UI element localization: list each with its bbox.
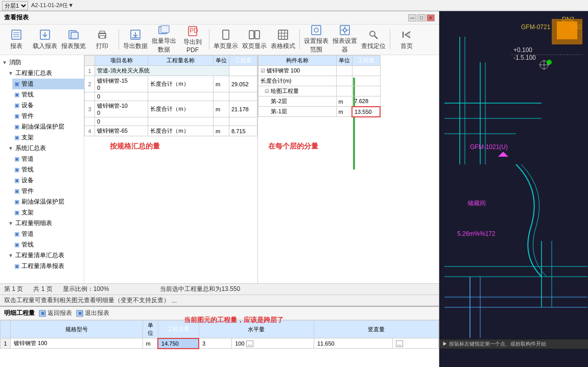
layer-select[interactable]: 分层1 (2, 1, 28, 10)
svg-text:▣: ▣ (40, 310, 45, 316)
toolbar-batch-export-label: 批量导出数据 (151, 37, 177, 54)
minimize-button[interactable]: — (408, 14, 416, 21)
left-table-wrap[interactable]: 项目名称 工程量名称 单位 工程量 1 管道-消火栓灭火系统 (84, 55, 258, 283)
toolbar-first-page-label: 首页 (401, 42, 413, 51)
table-icon7: ▣ (14, 156, 19, 162)
right-table-wrap[interactable]: 构件名称 单位 工程量 ☑ 镀锌钢管 100 (258, 55, 381, 283)
sidebar-item-sys-pipeline[interactable]: ▣ 管线 (12, 164, 84, 175)
toolbar-batch-export-button[interactable]: 批量导出数据 (151, 27, 177, 52)
col-amount-header: 工程量 (229, 56, 257, 66)
sidebar-item-bill-report[interactable]: ▣ 工程量清单报表 (12, 261, 84, 272)
sidebar-item-fittings[interactable]: ▣ 管件 (12, 111, 84, 121)
print-icon (96, 29, 108, 41)
find-icon (367, 29, 380, 41)
toolbar-set-range-button[interactable]: 设置报表范围 (303, 27, 330, 52)
export-icon (129, 29, 142, 41)
row-num-4: 4 (85, 126, 95, 136)
detail-row-h1: 3 (199, 338, 232, 349)
sidebar-item-detail-table[interactable]: ▼ 工程量明细表 (6, 218, 84, 229)
sidebar-item-insulation[interactable]: ▣ 刷油保温保护层 (12, 121, 84, 132)
report-title: 查看报表 (4, 13, 29, 22)
table-row[interactable]: 0 (85, 117, 257, 126)
sidebar-item-fire[interactable]: ▼ 消防 (0, 57, 84, 68)
detail-panel: 明细工程量 ▣ 返回报表 ▣ 退出报表 当前图元的工程量，应该是跨层了 (0, 306, 439, 367)
table-row[interactable]: 0 (85, 92, 257, 101)
sidebar-item-sys-equipment[interactable]: ▣ 设备 (12, 175, 84, 186)
sidebar-sys-equipment-label: 设备 (21, 176, 34, 185)
sidebar-item-project-summary[interactable]: ▼ 工程量汇总表 (6, 68, 84, 79)
row-pipe-100-sub: 0 (95, 117, 148, 126)
right-table-row[interactable]: 第-1层 m 13.550 (258, 107, 381, 117)
toolbar-first-page-button[interactable]: 首页 (393, 27, 420, 52)
toolbar-export-button[interactable]: 导出数据 (122, 27, 149, 52)
toolbar-load-button[interactable]: 载入报表 (32, 27, 58, 52)
sidebar-detail-table-label: 工程量明细表 (15, 219, 52, 228)
maximize-button[interactable]: □ (417, 14, 426, 21)
toolbar-print-label: 打印 (96, 42, 108, 51)
sidebar-item-detail-pipeline[interactable]: ▣ 管线 (12, 239, 84, 250)
toolbar-find-button[interactable]: 查找定位 (360, 27, 387, 52)
toolbar-grid-mode-label: 表格模式 (271, 42, 295, 51)
table-row[interactable]: 4 镀锌钢管-65 长度合计（m） m 8.715 (85, 126, 257, 136)
sidebar-item-detail-pipe[interactable]: ▣ 管道 (12, 229, 84, 239)
status-more: ... (172, 297, 177, 304)
svg-text:-1.5.100: -1.5.100 (513, 54, 536, 61)
right-col-name-header: 构件名称 (258, 56, 337, 66)
toolbar-pdf-button[interactable]: PDF 导出到PDF (179, 27, 206, 52)
right-row-floor-2: 第-2层 (258, 96, 337, 107)
right-row-sub-length: 长度合计(m) (258, 76, 337, 86)
toolbar-preview-button[interactable]: 报表预览 (60, 27, 87, 52)
toolbar-single-page-button[interactable]: 单页显示 (213, 27, 239, 52)
svg-text:PDF: PDF (190, 27, 198, 34)
sidebar-item-equipment[interactable]: ▣ 设备 (12, 100, 84, 111)
right-row-sub-length-val (352, 76, 380, 86)
toolbar-print-button[interactable]: 打印 (89, 27, 115, 52)
toolbar-grid-mode-button[interactable]: 表格模式 (270, 27, 296, 52)
right-table-row[interactable]: 第-2层 m 7.628 (258, 96, 381, 107)
sidebar-item-sys-insulation[interactable]: ▣ 刷油保温保护层 (12, 197, 84, 207)
detail-table-wrap[interactable]: 规格型号 单位 工程总量 水平量 竖直量 1 镀锌钢管 100 m 14.750 (0, 320, 439, 367)
expand-icon3: ▼ (8, 145, 14, 151)
table-row[interactable]: 3 镀锌钢管-100 长度合计（m） m 21.178 (85, 101, 257, 117)
table-row[interactable]: 1 管道-消火栓灭火系统 (85, 66, 257, 76)
right-table-row[interactable]: ☑ 镀锌钢管 100 (258, 66, 381, 76)
toolbar-report-label: 报表 (10, 42, 22, 51)
right-row-floor-1: 第-1层 (258, 107, 337, 117)
close-button[interactable]: × (427, 14, 435, 21)
detail-row-spec: 镀锌钢管 100 (11, 338, 143, 349)
detail-row-h2: 100 ... (232, 338, 314, 349)
right-col-unit-header: 单位 (336, 56, 352, 66)
row-pipe-150-unit: m (214, 76, 229, 92)
sidebar-sys-fittings-label: 管件 (21, 187, 34, 195)
svg-rect-26 (312, 26, 321, 35)
svg-rect-46 (557, 21, 577, 39)
sidebar-item-sys-fittings[interactable]: ▣ 管件 (12, 186, 84, 197)
sidebar-item-pipe[interactable]: ▣ 管道 (12, 79, 84, 89)
detail-table-row[interactable]: 1 镀锌钢管 100 m 14.750 3 100 ... 11.650 ... (1, 338, 439, 349)
sidebar-sys-pipeline-label: 管线 (21, 165, 34, 174)
sidebar-item-bill-summary[interactable]: ▼ 工程量清单汇总表 (6, 250, 84, 261)
table-row[interactable]: 2 镀锌钢管-150 长度合计（m） m 29.052 (85, 76, 257, 92)
table-icon4: ▣ (14, 113, 19, 119)
sidebar-item-sys-pipe[interactable]: ▣ 管道 (12, 154, 84, 164)
right-table-row[interactable]: ☑ 绘图工程量 (258, 86, 381, 96)
right-table-row[interactable]: 长度合计(m) (258, 76, 381, 86)
toolbar-double-page-button[interactable]: 双页显示 (241, 27, 268, 52)
detail-return-button[interactable]: ▣ 返回报表 (39, 309, 72, 317)
sidebar-item-support[interactable]: ▣ 支架 (12, 132, 84, 143)
toolbar-find-label: 查找定位 (361, 42, 386, 51)
toolbar-report-button[interactable]: 报表 (3, 27, 30, 52)
detail-unit-header: 单位 (143, 321, 158, 338)
sidebar-item-sys-support[interactable]: ▣ 支架 (12, 207, 84, 218)
toolbar-report-settings-button[interactable]: 报表设置器 (332, 27, 358, 52)
sidebar-item-system-summary[interactable]: ▼ 系统汇总表 (6, 143, 84, 154)
row-system-name: 管道-消火栓灭火系统 (95, 66, 229, 76)
svg-point-27 (314, 28, 318, 32)
expand-icon: ▼ (2, 60, 8, 65)
sidebar-item-pipeline[interactable]: ▣ 管线 (12, 89, 84, 100)
report-icon (10, 29, 22, 41)
detail-exit-button[interactable]: ▣ 退出报表 (76, 309, 109, 317)
row-pipe-100-val: 21.178 (229, 101, 257, 117)
row-num-2: 2 (85, 76, 95, 92)
toolbar: 报表 载入报表 报表预览 打印 (0, 25, 439, 55)
